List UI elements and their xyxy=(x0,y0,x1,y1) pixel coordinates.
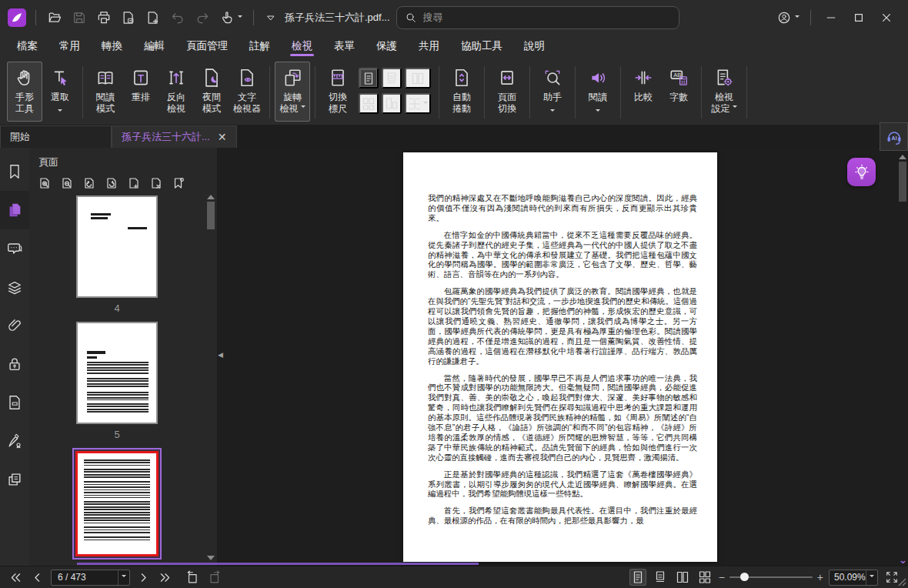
foxit-logo[interactable] xyxy=(8,8,26,27)
add-page-button[interactable] xyxy=(141,7,165,28)
menu-file[interactable]: 檔案 xyxy=(6,35,48,58)
page-transition-button[interactable]: 頁面 切換 xyxy=(489,62,525,122)
destinations-panel-button[interactable] xyxy=(0,383,29,422)
status-continuous-button[interactable] xyxy=(652,569,669,586)
menu-accessibility[interactable]: 協助工具 xyxy=(450,35,513,58)
minimize-button[interactable] xyxy=(817,7,845,28)
reduce-thumbnails-button[interactable] xyxy=(59,175,75,191)
previous-page-button[interactable] xyxy=(29,570,45,586)
rotate-view-button[interactable]: 旋轉 檢視 xyxy=(275,62,310,122)
split-window-button[interactable] xyxy=(405,93,431,114)
status-facing-button[interactable] xyxy=(674,569,691,586)
status-single-page-button[interactable] xyxy=(629,569,646,586)
thumbnail-page-6-selected[interactable] xyxy=(72,448,162,560)
read-mode-button[interactable]: 閱讀 模式 xyxy=(88,62,123,122)
reverse-view-button[interactable]: 反向 檢視 xyxy=(159,62,194,122)
search-input[interactable] xyxy=(423,12,671,23)
menu-edit[interactable]: 編輯 xyxy=(133,35,175,58)
thumbnail-page-5[interactable]: 5 xyxy=(76,322,158,440)
next-page-button[interactable] xyxy=(135,570,152,586)
document-page[interactable]: 我們的精神深處又在不斷地呼喚能夠滋養自己內心的深度閱讀。因此，經典的價值不僅沒有… xyxy=(403,152,717,562)
zoom-out-icon[interactable]: − xyxy=(719,572,725,583)
page-marker-button[interactable] xyxy=(171,175,186,191)
layers-panel-button[interactable] xyxy=(0,268,29,306)
panel-scrollbar[interactable] xyxy=(206,191,215,564)
zoom-in-icon[interactable]: + xyxy=(817,572,823,583)
resize-grip-icon[interactable] xyxy=(897,577,906,586)
previous-view-button[interactable] xyxy=(183,569,201,586)
single-page-view-button[interactable] xyxy=(359,68,379,89)
menu-convert[interactable]: 轉換 xyxy=(91,35,133,58)
maximize-button[interactable] xyxy=(845,7,873,28)
toggle-ruler-button[interactable]: 切換 標尺 xyxy=(320,62,356,122)
menu-help[interactable]: 說明 xyxy=(513,35,556,58)
view-settings-button[interactable]: 檢視 設定 xyxy=(706,62,742,122)
redo-button[interactable] xyxy=(190,7,215,28)
rotate-left-page-button[interactable] xyxy=(82,175,97,191)
menu-organize[interactable]: 頁面管理 xyxy=(175,35,239,58)
scroll-up-icon[interactable] xyxy=(899,151,906,159)
select-tool-button[interactable]: 選取 xyxy=(42,62,78,122)
zoom-field-dropdown[interactable] xyxy=(866,570,877,585)
toolbar-collapse-button[interactable] xyxy=(260,8,282,27)
search-box[interactable] xyxy=(396,6,679,29)
pages-panel-button[interactable] xyxy=(0,191,29,229)
delete-page-button[interactable] xyxy=(149,175,164,191)
save-button[interactable] xyxy=(67,7,92,28)
undo-button[interactable] xyxy=(165,7,190,28)
security-panel-button[interactable] xyxy=(0,345,29,383)
auto-scroll-button[interactable]: 自動 捲動 xyxy=(444,62,479,122)
attachments-panel-button[interactable] xyxy=(0,306,29,345)
zoom-level-field[interactable]: 50.09% xyxy=(829,570,878,586)
ai-assistant-button[interactable]: AI xyxy=(880,122,908,151)
last-page-button[interactable] xyxy=(157,570,173,586)
next-view-button[interactable] xyxy=(206,569,224,586)
touch-mode-button[interactable] xyxy=(215,7,247,28)
continuous-view-button[interactable] xyxy=(382,68,402,89)
menu-view[interactable]: 檢視 xyxy=(281,35,323,58)
collapse-panel-handle[interactable]: ◀ xyxy=(218,346,227,363)
menu-home[interactable]: 常用 xyxy=(48,35,91,58)
document-scrollbar[interactable]: ⌄ xyxy=(897,148,908,566)
signatures-panel-button[interactable] xyxy=(0,422,29,460)
status-facing-continuous-button[interactable] xyxy=(696,569,713,586)
zoom-slider-handle[interactable] xyxy=(740,573,749,581)
facing-view-button[interactable] xyxy=(405,68,431,89)
enlarge-thumbnails-button[interactable] xyxy=(37,175,52,191)
facing-continuous-button[interactable] xyxy=(359,93,379,114)
menu-protect[interactable]: 保護 xyxy=(366,35,408,58)
panel-scrollbar-thumb[interactable] xyxy=(207,202,215,229)
document-scrollbar-thumb[interactable] xyxy=(899,162,906,202)
menu-form[interactable]: 表單 xyxy=(323,35,366,58)
tab-document[interactable]: 孫子兵法三十六計... ✕ xyxy=(112,125,237,148)
read-aloud-button[interactable]: 閱讀 xyxy=(580,62,616,122)
compare-button[interactable]: 比較 xyxy=(626,62,661,122)
split-view-button[interactable] xyxy=(382,93,402,114)
account-button[interactable] xyxy=(772,7,804,28)
night-mode-button[interactable]: 夜間 模式 xyxy=(194,62,229,122)
comments-panel-button[interactable] xyxy=(0,229,29,268)
hand-tool-button[interactable]: 手形 工具 xyxy=(7,62,42,122)
bookmarks-panel-button[interactable] xyxy=(0,152,29,191)
thumbnail-page-4[interactable]: 4 xyxy=(76,195,158,314)
zoom-slider-track[interactable] xyxy=(729,576,813,578)
page-number-field[interactable]: 6 / 473 xyxy=(51,570,130,586)
close-tab-icon[interactable]: ✕ xyxy=(218,131,227,143)
tab-start[interactable]: 開始 xyxy=(0,125,112,148)
close-button[interactable] xyxy=(873,7,900,28)
open-button[interactable] xyxy=(42,7,67,28)
assistant-button[interactable]: 助手 xyxy=(535,62,570,122)
reflow-button[interactable]: 重排 xyxy=(123,62,159,122)
menu-share[interactable]: 共用 xyxy=(408,35,450,58)
scroll-down-purple-icon[interactable]: ⌄ xyxy=(899,554,907,566)
export-page-button[interactable] xyxy=(116,7,141,28)
scroll-up-icon[interactable] xyxy=(207,191,215,199)
insert-page-button[interactable] xyxy=(126,175,142,191)
text-viewer-button[interactable]: 文字 檢視器 xyxy=(229,62,265,122)
word-count-button[interactable]: AB 字數 xyxy=(661,62,696,122)
rotate-right-page-button[interactable] xyxy=(104,175,119,191)
print-button[interactable] xyxy=(92,7,116,28)
menu-comment[interactable]: 註解 xyxy=(239,35,281,58)
snapshots-panel-button[interactable] xyxy=(0,460,29,499)
first-page-button[interactable] xyxy=(8,570,24,586)
